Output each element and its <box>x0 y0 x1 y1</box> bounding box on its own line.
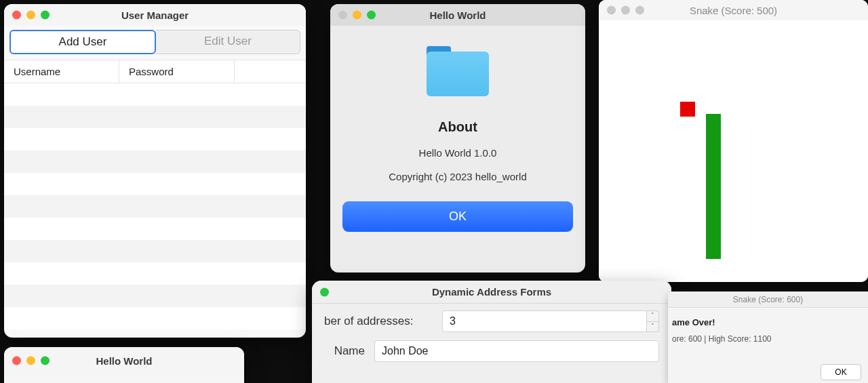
copyright-text: Copyright (c) 2023 hello_world <box>342 171 573 182</box>
table-row[interactable] <box>4 262 306 285</box>
stepper: ˄ ˅ <box>647 310 659 332</box>
ok-button[interactable]: OK <box>342 201 573 232</box>
table-row[interactable] <box>4 195 306 218</box>
segmented-tabs: Add User Edit User <box>4 26 306 60</box>
hello-world-window: Hello World <box>4 347 244 383</box>
window-title: User Manager <box>12 9 298 21</box>
table-row[interactable] <box>4 285 306 307</box>
close-icon[interactable] <box>12 357 21 365</box>
game-canvas[interactable] <box>599 20 868 282</box>
stepper-down-icon[interactable]: ˅ <box>647 322 658 332</box>
zoom-icon[interactable] <box>41 357 50 365</box>
snake-body <box>706 114 721 259</box>
food-icon <box>680 102 695 117</box>
minimize-icon[interactable] <box>26 357 35 365</box>
row-number-of-addresses: ber of addresses: ˄ ˅ <box>324 310 659 332</box>
name-input[interactable] <box>374 340 659 362</box>
table-header: Username Password <box>4 60 306 83</box>
zoom-icon[interactable] <box>320 287 329 296</box>
table-row[interactable] <box>4 240 306 262</box>
minimize-icon[interactable] <box>353 11 361 20</box>
table-row[interactable] <box>4 106 306 128</box>
zoom-icon[interactable] <box>41 11 50 20</box>
about-titlebar[interactable]: Hello World <box>330 4 585 26</box>
zoom-icon[interactable] <box>635 6 644 15</box>
folder-icon <box>427 46 489 96</box>
snake-gameover-window: Snake (Score: 600) ame Over! ore: 600 | … <box>668 291 868 383</box>
tab-edit-user[interactable]: Edit User <box>156 30 300 54</box>
table-row[interactable] <box>4 128 306 150</box>
col-empty <box>235 60 306 83</box>
col-password[interactable]: Password <box>119 60 235 83</box>
address-forms-window: Dynamic Address Forms ber of addresses: … <box>312 281 671 383</box>
num-addresses-input[interactable] <box>442 310 647 332</box>
table-row[interactable] <box>4 307 306 329</box>
version-text: Hello World 1.0.0 <box>342 147 573 159</box>
minimize-icon[interactable] <box>26 11 35 20</box>
close-icon[interactable] <box>607 6 616 15</box>
window-title: Snake (Score: 600) <box>676 295 860 304</box>
about-heading: About <box>342 119 573 135</box>
close-icon[interactable] <box>338 11 347 20</box>
table-body <box>4 83 306 329</box>
row-name: Name <box>324 340 659 362</box>
snake600-titlebar[interactable]: Snake (Score: 600) <box>668 291 868 308</box>
hello2-titlebar[interactable]: Hello World <box>4 347 244 374</box>
window-title: Snake (Score: 500) <box>607 5 860 16</box>
table-row[interactable] <box>4 218 306 240</box>
snake-titlebar[interactable]: Snake (Score: 500) <box>599 0 868 20</box>
col-username[interactable]: Username <box>4 60 119 83</box>
window-title: Dynamic Address Forms <box>320 286 663 298</box>
table-row[interactable] <box>4 83 306 106</box>
snake-window: Snake (Score: 500) <box>599 0 868 282</box>
about-window: Hello World About Hello World 1.0.0 Copy… <box>330 4 585 273</box>
gameover-heading: ame Over! <box>672 317 861 327</box>
minimize-icon[interactable] <box>621 6 630 15</box>
stepper-up-icon[interactable]: ˄ <box>647 311 658 322</box>
table-row[interactable] <box>4 173 306 195</box>
user-manager-titlebar[interactable]: User Manager <box>4 4 306 26</box>
tab-add-user[interactable]: Add User <box>9 30 156 54</box>
table-row[interactable] <box>4 150 306 173</box>
num-addresses-label: ber of addresses: <box>324 315 433 328</box>
address-titlebar[interactable]: Dynamic Address Forms <box>312 281 671 304</box>
close-icon[interactable] <box>12 11 21 20</box>
score-text: ore: 600 | High Score: 1100 <box>672 334 861 344</box>
zoom-icon[interactable] <box>367 11 376 20</box>
ok-button[interactable]: OK <box>821 364 861 380</box>
name-label: Name <box>324 344 365 358</box>
user-manager-window: User Manager Add User Edit User Username… <box>4 4 306 338</box>
